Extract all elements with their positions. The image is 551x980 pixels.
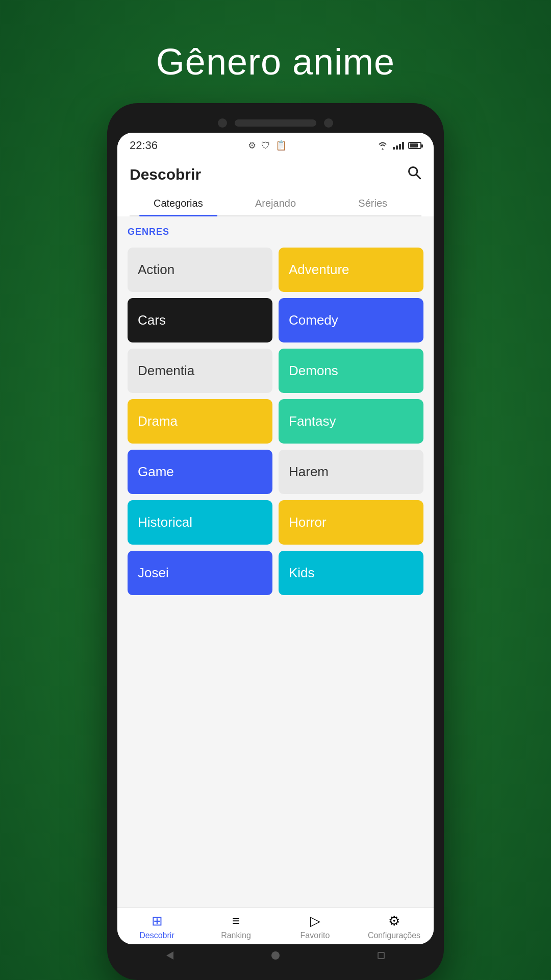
speaker <box>235 119 316 127</box>
content-area: GENRES ActionAdventureCarsComedyDementia… <box>117 216 434 908</box>
search-button[interactable] <box>407 165 421 183</box>
genre-item-action[interactable]: Action <box>128 248 272 292</box>
genre-item-comedy[interactable]: Comedy <box>279 298 423 342</box>
back-button[interactable] <box>166 951 173 960</box>
nav-label-ranking: Ranking <box>221 931 251 940</box>
wifi-icon <box>377 141 389 150</box>
shield-status-icon: 🛡 <box>261 140 270 151</box>
search-icon <box>407 165 421 180</box>
genre-item-horror[interactable]: Horror <box>279 500 423 545</box>
tab-categorias[interactable]: Categorias <box>130 191 227 215</box>
nav-item-ranking[interactable]: ≡Ranking <box>196 913 276 940</box>
app-title: Descobrir <box>130 166 201 183</box>
app-header: Descobrir Categorias Arejando Séries <box>117 158 434 216</box>
page-title: Gênero anime <box>156 41 395 83</box>
status-icons: ⚙ 🛡 📋 <box>248 140 287 151</box>
genre-item-demons[interactable]: Demons <box>279 349 423 393</box>
tab-series[interactable]: Séries <box>324 191 421 215</box>
nav-label-favorito: Favorito <box>300 931 330 940</box>
phone-bottom-bar <box>117 944 434 965</box>
nav-item-configurações[interactable]: ⚙Configurações <box>355 913 434 940</box>
genre-item-game[interactable]: Game <box>128 450 272 494</box>
play-icon: ▷ <box>310 913 320 929</box>
genre-item-adventure[interactable]: Adventure <box>279 248 423 292</box>
genre-item-dementia[interactable]: Dementia <box>128 349 272 393</box>
tab-arejando[interactable]: Arejando <box>227 191 324 215</box>
settings-icon: ⚙ <box>388 913 400 929</box>
status-right <box>377 141 421 150</box>
genre-item-drama[interactable]: Drama <box>128 399 272 444</box>
phone-device: 22:36 ⚙ 🛡 📋 <box>107 103 444 980</box>
battery-icon <box>408 142 421 149</box>
genre-item-cars[interactable]: Cars <box>128 298 272 342</box>
status-time: 22:36 <box>130 139 158 152</box>
phone-screen: 22:36 ⚙ 🛡 📋 <box>117 133 434 944</box>
phone-top-bar <box>117 118 434 128</box>
nav-item-favorito[interactable]: ▷Favorito <box>276 913 355 940</box>
section-label: GENRES <box>128 227 423 237</box>
genre-item-fantasy[interactable]: Fantasy <box>279 399 423 444</box>
home-button[interactable] <box>271 951 280 960</box>
nav-label-configurações: Configurações <box>368 931 420 940</box>
tabs: Categorias Arejando Séries <box>130 191 421 216</box>
genre-item-harem[interactable]: Harem <box>279 450 423 494</box>
nav-item-descobrir[interactable]: ⊞Descobrir <box>117 913 196 940</box>
signal-icon <box>393 141 404 150</box>
status-bar: 22:36 ⚙ 🛡 📋 <box>117 133 434 158</box>
bottom-nav: ⊞Descobrir≡Ranking▷Favorito⚙Configuraçõe… <box>117 908 434 944</box>
gear-status-icon: ⚙ <box>248 140 256 151</box>
ranking-icon: ≡ <box>232 913 240 929</box>
genre-item-kids[interactable]: Kids <box>279 551 423 595</box>
genre-item-historical[interactable]: Historical <box>128 500 272 545</box>
grid-icon: ⊞ <box>152 913 163 929</box>
recent-button[interactable] <box>378 952 385 959</box>
genre-item-josei[interactable]: Josei <box>128 551 272 595</box>
nav-label-descobrir: Descobrir <box>139 931 174 940</box>
camera <box>218 118 227 128</box>
genre-grid: ActionAdventureCarsComedyDementiaDemonsD… <box>128 248 423 603</box>
clipboard-status-icon: 📋 <box>276 140 287 151</box>
camera-right <box>324 118 333 128</box>
svg-line-1 <box>416 175 420 179</box>
